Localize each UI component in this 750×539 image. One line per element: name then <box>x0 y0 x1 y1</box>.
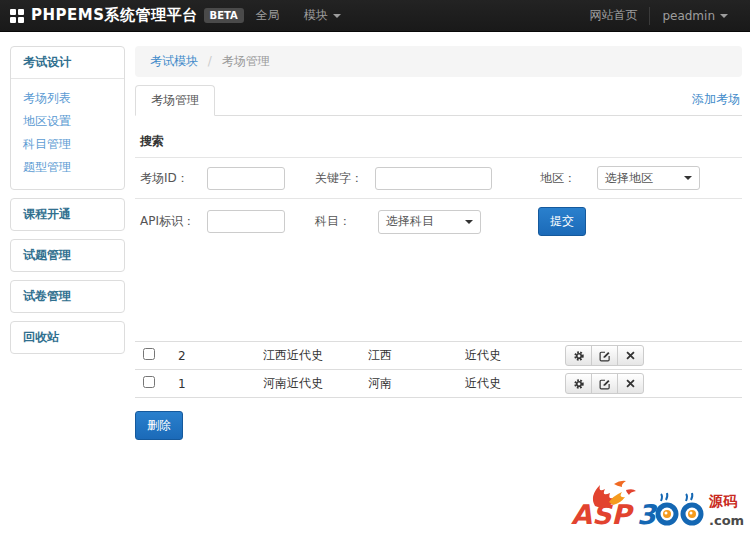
room-id-cell: 1 <box>178 377 263 391</box>
edit-button[interactable] <box>591 373 618 394</box>
logo-text-com: .com <box>709 513 744 528</box>
sidebar-item-region-settings[interactable]: 地区设置 <box>23 110 112 133</box>
search-form-row-1: 考场ID： 关键字： 地区： 选择地区 <box>135 158 742 199</box>
delete-row-button[interactable] <box>617 345 644 366</box>
gear-icon <box>573 350 585 362</box>
keyword-input[interactable] <box>375 167 492 190</box>
sidebar-item-subject-management[interactable]: 科目管理 <box>23 133 112 156</box>
delete-selected-button[interactable]: 删除 <box>135 411 183 440</box>
row-actions-cell <box>565 373 742 394</box>
breadcrumb: 考试模块 / 考场管理 <box>135 46 742 77</box>
nav-item-site-home[interactable]: 网站首页 <box>577 0 649 32</box>
sidebar-item-question-type-management[interactable]: 题型管理 <box>23 156 112 179</box>
settings-button[interactable] <box>565 373 592 394</box>
room-id-input[interactable] <box>207 167 285 190</box>
gear-icon <box>573 378 585 390</box>
sidebar-section-paper-management: 试卷管理 <box>10 280 125 313</box>
room-subject-cell: 近代史 <box>465 347 565 364</box>
row-action-group <box>565 345 644 366</box>
caret-down-icon <box>333 14 341 18</box>
edit-icon <box>599 378 611 390</box>
sidebar-header-exam-design[interactable]: 考试设计 <box>11 47 124 79</box>
main-content: 考试模块 / 考场管理 考场管理 添加考场 搜索 考场ID： 关键字： 地区： … <box>135 46 742 440</box>
room-region-cell: 河南 <box>368 375 465 392</box>
edit-icon <box>599 350 611 362</box>
asp300-watermark-logo: ASP 3 源码 .com <box>569 476 745 534</box>
table-row: 1 河南近代史 河南 近代史 <box>135 370 742 398</box>
row-checkbox-cell <box>135 376 178 391</box>
app-title[interactable]: PHPEMS系统管理平台 <box>31 6 198 25</box>
row-checkbox[interactable] <box>143 376 155 388</box>
grid-icon <box>10 9 24 23</box>
row-actions-cell <box>565 345 742 366</box>
region-label: 地区： <box>540 170 597 187</box>
spacer <box>135 244 742 341</box>
logo-text-three: 3 <box>637 499 658 530</box>
subject-label: 科目： <box>315 213 378 230</box>
room-region-cell: 江西 <box>368 347 465 364</box>
subject-select[interactable]: 选择科目 <box>378 210 481 234</box>
nav-item-modules-label: 模块 <box>304 7 328 24</box>
room-id-cell: 2 <box>178 349 263 363</box>
sidebar-header-recycle-bin[interactable]: 回收站 <box>11 322 124 353</box>
beta-badge: BETA <box>204 8 244 23</box>
sidebar-links: 考场列表 地区设置 科目管理 题型管理 <box>11 79 124 189</box>
tab-room-management[interactable]: 考场管理 <box>135 85 215 116</box>
user-menu[interactable]: peadmin <box>650 0 740 32</box>
sidebar-section-exam-design: 考试设计 考场列表 地区设置 科目管理 题型管理 <box>10 46 125 190</box>
region-select-value: 选择地区 <box>605 170 653 187</box>
api-id-input[interactable] <box>207 210 285 233</box>
breadcrumb-module-link[interactable]: 考试模块 <box>150 54 198 68</box>
sidebar-header-paper-management[interactable]: 试卷管理 <box>11 281 124 312</box>
close-icon <box>625 350 636 361</box>
caret-down-icon <box>720 14 728 18</box>
user-menu-label: peadmin <box>662 9 715 23</box>
asp300-logo: ASP 3 源码 .com <box>569 476 745 534</box>
breadcrumb-current: 考场管理 <box>222 54 270 68</box>
search-form-row-2: API标识： 科目： 选择科目 提交 <box>135 199 742 244</box>
row-action-group <box>565 373 644 394</box>
sidebar: 考试设计 考场列表 地区设置 科目管理 题型管理 课程开通 试题管理 试卷管理 … <box>10 46 125 362</box>
settings-button[interactable] <box>565 345 592 366</box>
sidebar-section-question-management: 试题管理 <box>10 239 125 272</box>
api-id-label: API标识： <box>140 213 207 230</box>
room-name-cell: 江西近代史 <box>263 347 368 364</box>
navbar-left: PHPEMS系统管理平台 BETA 全局 模块 <box>10 0 353 31</box>
edit-button[interactable] <box>591 345 618 366</box>
search-section-title: 搜索 <box>135 133 742 158</box>
sidebar-header-question-management[interactable]: 试题管理 <box>11 240 124 271</box>
top-navbar: PHPEMS系统管理平台 BETA 全局 模块 网站首页 peadmin <box>0 0 750 32</box>
close-icon <box>625 378 636 389</box>
row-checkbox-cell <box>135 348 178 363</box>
nav-item-global[interactable]: 全局 <box>244 0 292 32</box>
page: PHPEMS系统管理平台 BETA 全局 模块 网站首页 peadmin 考试设… <box>0 0 750 539</box>
caret-down-icon <box>465 220 473 224</box>
add-room-link[interactable]: 添加考场 <box>692 91 740 108</box>
logo-text-yuanma: 源码 <box>708 493 738 509</box>
room-name-cell: 河南近代史 <box>263 375 368 392</box>
tab-bar: 考场管理 添加考场 <box>135 89 742 116</box>
caret-down-icon <box>684 176 692 180</box>
region-select[interactable]: 选择地区 <box>597 166 700 190</box>
sidebar-item-room-list[interactable]: 考场列表 <box>23 87 112 110</box>
submit-button[interactable]: 提交 <box>538 207 586 236</box>
breadcrumb-separator: / <box>208 54 212 68</box>
room-id-label: 考场ID： <box>140 170 207 187</box>
sidebar-section-course-opening: 课程开通 <box>10 198 125 231</box>
logo-text-asp: ASP <box>571 499 634 530</box>
row-checkbox[interactable] <box>143 348 155 360</box>
keyword-label: 关键字： <box>315 170 375 187</box>
room-table: 2 江西近代史 江西 近代史 <box>135 341 742 398</box>
sidebar-header-course-opening[interactable]: 课程开通 <box>11 199 124 230</box>
delete-row-button[interactable] <box>617 373 644 394</box>
nav-item-modules[interactable]: 模块 <box>292 0 353 32</box>
sidebar-section-recycle-bin: 回收站 <box>10 321 125 354</box>
logo-zero-eyes <box>658 493 701 523</box>
navbar-right: 网站首页 peadmin <box>577 0 740 31</box>
subject-select-value: 选择科目 <box>386 213 434 230</box>
room-subject-cell: 近代史 <box>465 375 565 392</box>
table-row: 2 江西近代史 江西 近代史 <box>135 342 742 370</box>
